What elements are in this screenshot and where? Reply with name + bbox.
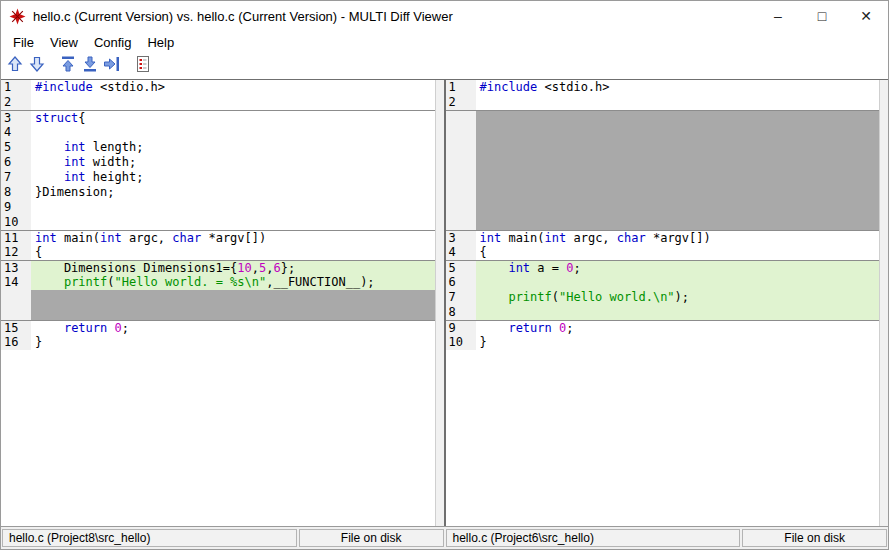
code-line: 7 printf("Hello world.\n"); xyxy=(446,290,880,305)
goto-last-diff-button[interactable] xyxy=(79,55,101,77)
code-text xyxy=(31,215,435,230)
code-text: }Dimension; xyxy=(31,185,435,200)
line-number: 7 xyxy=(1,170,31,185)
code-line: 3struct{ xyxy=(1,110,435,125)
line-number: 6 xyxy=(1,155,31,170)
next-diff-button[interactable] xyxy=(26,55,48,77)
line-number: 4 xyxy=(446,245,476,260)
right-file-status: hello.c (Project6\src_hello) xyxy=(446,529,741,547)
code-text: #include <stdio.h> xyxy=(476,80,880,95)
code-text: } xyxy=(476,335,880,350)
code-line: 9 xyxy=(1,200,435,215)
menu-view[interactable]: View xyxy=(42,33,86,52)
code-text xyxy=(31,125,435,140)
next-change-button[interactable] xyxy=(101,55,123,77)
line-number: 2 xyxy=(446,95,476,110)
line-number: 2 xyxy=(1,95,31,110)
line-number: 10 xyxy=(1,215,31,230)
minimize-button[interactable]: – xyxy=(756,1,800,31)
menu-file[interactable]: File xyxy=(5,33,42,52)
code-line: 16} xyxy=(1,335,435,350)
line-number: 6 xyxy=(446,275,476,290)
line-number: 5 xyxy=(1,140,31,155)
code-line: 13 Dimensions Dimensions1={10,5,6}; xyxy=(1,260,435,275)
code-line: 8 xyxy=(446,305,880,320)
code-text xyxy=(31,200,435,215)
code-line: 1#include <stdio.h> xyxy=(1,80,435,95)
left-pane: 1#include <stdio.h>23struct{45 int lengt… xyxy=(1,80,444,526)
code-text xyxy=(476,95,880,110)
code-line: 4{ xyxy=(446,245,880,260)
code-line: 10 xyxy=(1,215,435,230)
down-arrow-icon xyxy=(27,54,47,78)
line-number: 14 xyxy=(1,275,31,290)
maximize-button[interactable]: □ xyxy=(800,1,844,31)
goto-last-diff-icon xyxy=(80,54,100,78)
title-bar: hello.c (Current Version) vs. hello.c (C… xyxy=(1,1,888,31)
diff-report-button[interactable] xyxy=(132,55,154,77)
code-text: printf("Hello world.\n"); xyxy=(476,290,880,305)
menu-help[interactable]: Help xyxy=(139,33,182,52)
status-bar: hello.c (Project8\src_hello) File on dis… xyxy=(1,527,888,549)
diff-report-icon xyxy=(133,54,153,78)
line-number: 15 xyxy=(1,321,31,335)
app-logo-icon xyxy=(9,8,26,25)
code-text xyxy=(476,275,880,290)
code-text: { xyxy=(476,245,880,260)
window-controls: – □ ✕ xyxy=(756,1,888,31)
goto-first-diff-button[interactable] xyxy=(57,55,79,77)
filler-row xyxy=(446,110,880,230)
code-line: 10} xyxy=(446,335,880,350)
menu-config[interactable]: Config xyxy=(86,33,140,52)
line-number: 8 xyxy=(1,185,31,200)
code-text: int main(int argc, char *argv[]) xyxy=(476,231,880,245)
code-line: 9 return 0; xyxy=(446,320,880,335)
line-number xyxy=(446,111,476,230)
code-line: 11int main(int argc, char *argv[]) xyxy=(1,230,435,245)
code-text: return 0; xyxy=(476,321,880,335)
line-number: 8 xyxy=(446,305,476,320)
line-number: 13 xyxy=(1,261,31,275)
code-text: int main(int argc, char *argv[]) xyxy=(31,231,435,245)
toolbar xyxy=(1,53,888,79)
code-line: 6 xyxy=(446,275,880,290)
diff-area: 1#include <stdio.h>23struct{45 int lengt… xyxy=(1,79,888,527)
code-line: 7 int height; xyxy=(1,170,435,185)
line-number: 9 xyxy=(1,200,31,215)
line-number: 3 xyxy=(1,111,31,125)
code-line: 5 int length; xyxy=(1,140,435,155)
line-number: 11 xyxy=(1,231,31,245)
code-text: int height; xyxy=(31,170,435,185)
code-line: 15 return 0; xyxy=(1,320,435,335)
code-text: #include <stdio.h> xyxy=(31,80,435,95)
code-line: 3int main(int argc, char *argv[]) xyxy=(446,230,880,245)
code-line: 14 printf("Hello world. = %s\n",__FUNCTI… xyxy=(1,275,435,290)
up-arrow-icon xyxy=(5,54,25,78)
code-text: int length; xyxy=(31,140,435,155)
line-number: 1 xyxy=(1,80,31,95)
code-text: return 0; xyxy=(31,321,435,335)
code-line: 2 xyxy=(446,95,880,110)
line-number: 4 xyxy=(1,125,31,140)
code-text: Dimensions Dimensions1={10,5,6}; xyxy=(31,261,435,275)
code-line: 6 int width; xyxy=(1,155,435,170)
arrow-into-bar-icon xyxy=(102,54,122,78)
code-line: 8}Dimension; xyxy=(1,185,435,200)
code-text xyxy=(476,305,880,320)
code-text xyxy=(31,95,435,110)
code-text: { xyxy=(31,245,435,260)
close-button[interactable]: ✕ xyxy=(844,1,888,31)
right-scrollbar[interactable] xyxy=(879,80,888,526)
line-number: 9 xyxy=(446,321,476,335)
code-text: } xyxy=(31,335,435,350)
code-text: int width; xyxy=(31,155,435,170)
code-text xyxy=(31,290,435,320)
goto-first-diff-icon xyxy=(58,54,78,78)
left-code-view: 1#include <stdio.h>23struct{45 int lengt… xyxy=(1,80,435,526)
code-line: 4 xyxy=(1,125,435,140)
left-scrollbar[interactable] xyxy=(435,80,444,526)
code-text: int a = 0; xyxy=(476,261,880,275)
prev-diff-button[interactable] xyxy=(4,55,26,77)
code-text: printf("Hello world. = %s\n",__FUNCTION_… xyxy=(31,275,435,290)
code-line: 1#include <stdio.h> xyxy=(446,80,880,95)
